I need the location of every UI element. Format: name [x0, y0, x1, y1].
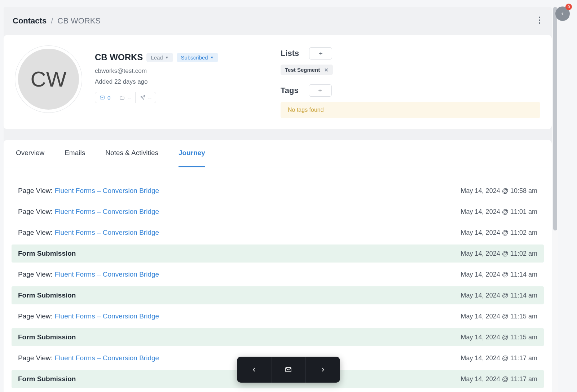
journey-time: May 14, 2024 @ 11:17 am: [461, 354, 537, 362]
journey-page-link[interactable]: Fluent Forms – Conversion Bridge: [55, 312, 159, 320]
dots-vertical-icon: [538, 16, 541, 24]
journey-prefix: Page View:: [18, 270, 53, 278]
breadcrumb-root-link[interactable]: Contacts: [13, 16, 47, 26]
journey-prefix: Page View:: [18, 187, 53, 195]
list-chip-label: Test Segment: [285, 67, 320, 73]
journey-time: May 14, 2024 @ 11:15 am: [461, 334, 537, 341]
journey-time: May 14, 2024 @ 11:02 am: [461, 229, 537, 237]
journey-form-row: Form SubmissionMay 14, 2024 @ 11:02 am: [12, 245, 544, 263]
journey-prefix: Page View:: [18, 354, 53, 362]
more-actions-button[interactable]: [536, 14, 543, 28]
stat-emails-value: 0: [107, 94, 110, 101]
tab-notes-activities[interactable]: Notes & Activities: [105, 140, 158, 167]
journey-page-row: Page View: Fluent Forms – Conversion Bri…: [12, 265, 544, 283]
journey-time: May 14, 2024 @ 11:02 am: [461, 250, 537, 257]
lists-section: Lists Test Segment ✕: [281, 47, 540, 75]
tags-title: Tags: [281, 86, 299, 95]
nav-prev-button[interactable]: [237, 357, 272, 383]
no-tags-message: No tags found: [281, 102, 540, 118]
tab-overview[interactable]: Overview: [16, 140, 44, 167]
breadcrumb-bar: Contacts / CB WORKS: [4, 7, 552, 35]
status-label: Lead: [151, 54, 163, 61]
float-nav: [237, 357, 340, 383]
journey-row-left: Form Submission: [18, 333, 76, 341]
journey-row-left: Form Submission: [18, 375, 76, 383]
journey-time: May 14, 2024 @ 11:14 am: [461, 292, 537, 299]
journey-time: May 14, 2024 @ 10:58 am: [461, 187, 537, 195]
journey-page-link[interactable]: Fluent Forms – Conversion Bridge: [55, 354, 159, 362]
plus-icon: [318, 51, 323, 56]
nav-email-button[interactable]: [272, 357, 306, 383]
tab-journey[interactable]: Journey: [179, 140, 205, 167]
page-container: Contacts / CB WORKS CW CB WORKS Lead ▼ S…: [4, 7, 552, 392]
tags-header: Tags: [281, 84, 540, 97]
journey-row-left: Page View: Fluent Forms – Conversion Bri…: [18, 208, 159, 216]
lists-header: Lists: [281, 47, 540, 60]
tab-emails[interactable]: Emails: [65, 140, 85, 167]
stat-sends[interactable]: --: [136, 92, 156, 103]
avatar: CW: [15, 46, 82, 113]
add-list-button[interactable]: [309, 47, 332, 60]
journey-row-left: Form Submission: [18, 250, 76, 257]
caret-down-icon: ▼: [165, 56, 169, 60]
journey-page-link[interactable]: Fluent Forms – Conversion Bridge: [55, 229, 159, 237]
svg-point-2: [539, 22, 540, 24]
journey-page-link[interactable]: Fluent Forms – Conversion Bridge: [55, 208, 159, 216]
name-row: CB WORKS Lead ▼ Subscribed ▼: [95, 52, 218, 62]
svg-point-1: [539, 19, 540, 21]
journey-form-title: Form Submission: [18, 250, 76, 257]
stat-folders[interactable]: --: [115, 92, 136, 103]
chevron-right-icon: [319, 366, 326, 373]
contact-added: Added 22 days ago: [95, 78, 218, 85]
send-icon: [140, 95, 145, 100]
lists-tags-column: Lists Test Segment ✕ Tags: [281, 46, 540, 118]
caret-down-icon: ▼: [210, 56, 214, 60]
journey-time: May 14, 2024 @ 11:14 am: [461, 271, 537, 278]
journey-time: May 14, 2024 @ 11:17 am: [461, 375, 537, 383]
scrollbar-thumb[interactable]: [553, 7, 557, 230]
lists-title: Lists: [281, 49, 299, 58]
stat-folders-value: --: [127, 94, 131, 101]
envelope-icon: [100, 95, 105, 100]
remove-list-chip[interactable]: ✕: [324, 67, 329, 73]
scrollbar-rail[interactable]: [552, 7, 558, 392]
profile-main: CB WORKS Lead ▼ Subscribed ▼ cbworks@tes…: [95, 46, 218, 118]
envelope-icon: [285, 366, 292, 373]
journey-row-left: Page View: Fluent Forms – Conversion Bri…: [18, 229, 159, 237]
journey-form-title: Form Submission: [18, 333, 76, 341]
add-tag-button[interactable]: [309, 84, 332, 97]
chevron-left-icon: [251, 366, 258, 373]
breadcrumb-separator: /: [51, 16, 53, 26]
journey-form-row: Form SubmissionMay 14, 2024 @ 11:15 am: [12, 328, 544, 346]
status-dropdown[interactable]: Lead ▼: [146, 53, 173, 62]
journey-row-left: Form Submission: [18, 291, 76, 299]
nav-next-button[interactable]: [306, 357, 340, 383]
journey-page-row: Page View: Fluent Forms – Conversion Bri…: [12, 224, 544, 242]
stat-emails[interactable]: 0: [95, 92, 115, 103]
journey-page-row: Page View: Fluent Forms – Conversion Bri…: [12, 203, 544, 221]
journey-page-link[interactable]: Fluent Forms – Conversion Bridge: [55, 187, 159, 195]
folder-icon: [119, 95, 125, 100]
plus-icon: [317, 88, 323, 93]
journey-form-title: Form Submission: [18, 291, 76, 299]
journey-page-link[interactable]: Fluent Forms – Conversion Bridge: [55, 270, 159, 278]
journey-time: May 14, 2024 @ 11:01 am: [461, 208, 537, 216]
tabs-card: OverviewEmailsNotes & ActivitiesJourney …: [4, 140, 552, 392]
breadcrumb-current: CB WORKS: [57, 16, 101, 26]
stat-row: 0 -- --: [95, 92, 156, 103]
profile-card: CW CB WORKS Lead ▼ Subscribed ▼ cbworks@…: [4, 35, 552, 129]
list-chip: Test Segment ✕: [281, 65, 333, 75]
journey-time: May 14, 2024 @ 11:15 am: [461, 313, 537, 320]
subscription-dropdown[interactable]: Subscribed ▼: [177, 53, 218, 62]
journey-prefix: Page View:: [18, 229, 53, 237]
journey-prefix: Page View:: [18, 208, 53, 216]
stat-sends-value: --: [148, 94, 151, 101]
svg-rect-3: [100, 96, 104, 99]
contact-email: cbworks@test.com: [95, 67, 218, 75]
journey-page-row: Page View: Fluent Forms – Conversion Bri…: [12, 182, 544, 200]
journey-page-row: Page View: Fluent Forms – Conversion Bri…: [12, 307, 544, 325]
journey-row-left: Page View: Fluent Forms – Conversion Bri…: [18, 270, 159, 278]
journey-row-left: Page View: Fluent Forms – Conversion Bri…: [18, 187, 159, 195]
contact-name: CB WORKS: [95, 52, 143, 62]
journey-form-row: Form SubmissionMay 14, 2024 @ 11:14 am: [12, 286, 544, 304]
